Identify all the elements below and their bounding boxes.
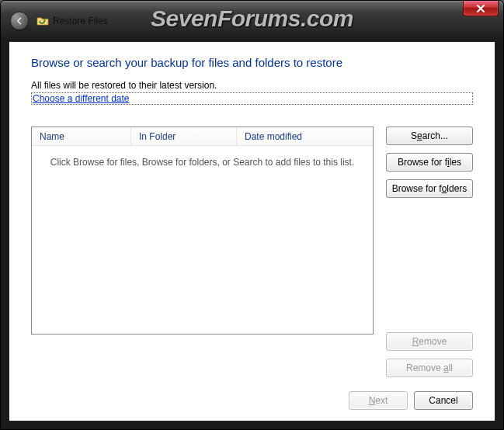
column-header-date[interactable]: Date modified — [237, 127, 373, 145]
column-header-name[interactable]: Name — [32, 127, 131, 145]
column-header-folder[interactable]: In Folder — [131, 127, 237, 145]
choose-date-link[interactable]: Choose a different date — [31, 92, 473, 105]
page-heading: Browse or search your backup for files a… — [31, 56, 473, 69]
browse-files-button[interactable]: Browse for files — [386, 153, 473, 172]
close-icon — [476, 4, 485, 13]
cancel-button[interactable]: Cancel — [414, 391, 473, 410]
file-listbox: Name In Folder Date modified Click Brows… — [31, 127, 374, 335]
search-button[interactable]: Search... — [386, 127, 473, 145]
titlebar: Restore Files SevenForums.com — [1, 1, 503, 41]
remove-all-button: Remove all — [386, 359, 473, 377]
arrow-left-icon — [15, 16, 24, 26]
side-buttons: Search... Browse for files Browse for fo… — [386, 127, 473, 377]
close-button[interactable] — [463, 1, 499, 16]
page-subtext: All files will be restored to their late… — [31, 80, 473, 91]
browse-folders-button[interactable]: Browse for folders — [386, 179, 473, 198]
content-area: Browse or search your backup for files a… — [9, 41, 495, 421]
main-row: Name In Folder Date modified Click Brows… — [31, 127, 473, 377]
spacer — [386, 206, 473, 324]
breadcrumb: Restore Files — [36, 16, 108, 26]
restore-folder-icon — [36, 16, 49, 26]
remove-button: Remove — [386, 332, 473, 351]
breadcrumb-text: Restore Files — [53, 16, 108, 26]
footer-buttons: Next Cancel — [31, 377, 473, 410]
window-frame: Restore Files SevenForums.com Browse or … — [0, 0, 504, 430]
next-button: Next — [349, 391, 408, 410]
back-button[interactable] — [10, 12, 29, 30]
list-header: Name In Folder Date modified — [32, 127, 373, 146]
list-empty-text: Click Browse for files, Browse for folde… — [32, 146, 373, 334]
